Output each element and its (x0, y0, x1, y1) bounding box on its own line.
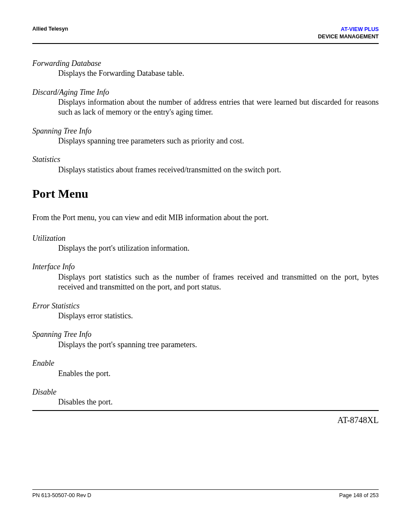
definition-term: Spanning Tree Info (32, 330, 379, 339)
definition-desc: Disables the port. (58, 397, 379, 407)
section-separator (32, 410, 379, 411)
definition-desc: Displays spanning tree parameters such a… (58, 136, 379, 146)
definition-term: Spanning Tree Info (32, 126, 379, 136)
definition-desc: Displays information about the number of… (58, 97, 379, 118)
definition-term: Enable (32, 358, 379, 368)
definition-item: Error Statistics Displays error statisti… (32, 301, 379, 321)
definition-item: Utilization Displays the port's utilizat… (32, 233, 379, 254)
header-subtitle: DEVICE MANAGEMENT (318, 34, 379, 40)
definition-desc: Enables the port. (58, 369, 379, 379)
definition-item: Disable Disables the port. (32, 387, 379, 408)
definition-item: Discard/Aging Time Info Displays informa… (32, 87, 379, 118)
definition-term: Error Statistics (32, 301, 379, 311)
definition-item: Spanning Tree Info Displays spanning tre… (32, 126, 379, 146)
definition-item: Spanning Tree Info Displays the port's s… (32, 330, 379, 350)
section-intro: From the Port menu, you can view and edi… (32, 213, 379, 223)
page-footer: PN 613-50507-00 Rev D Page 148 of 253 (32, 489, 379, 498)
header-title: AT-VIEW PLUS (341, 26, 379, 32)
definition-term: Disable (32, 387, 379, 397)
definition-desc: Displays the port's utilization informat… (58, 243, 379, 253)
definition-item: Forwarding Database Displays the Forward… (32, 59, 379, 79)
definition-desc: Displays error statistics. (58, 311, 379, 321)
definition-item: Enable Enables the port. (32, 358, 379, 379)
definition-item: Interface Info Displays port statistics … (32, 262, 379, 292)
definition-desc: Displays the Forwarding Database table. (58, 68, 379, 78)
definition-term: Utilization (32, 233, 379, 243)
footer-page-number: Page 148 of 253 (339, 492, 379, 498)
definition-item: Statistics Displays statistics about fra… (32, 155, 379, 175)
header-left: Allied Telesyn (32, 26, 68, 32)
definition-term: Forwarding Database (32, 59, 379, 68)
definition-desc: Displays statistics about frames receive… (58, 165, 379, 175)
page-header: Allied Telesyn AT-VIEW PLUS DEVICE MANAG… (32, 26, 379, 44)
footer-part-number: PN 613-50507-00 Rev D (32, 492, 91, 498)
definition-term: Statistics (32, 155, 379, 165)
device-model-label: AT-8748XL (32, 415, 379, 425)
definition-term: Interface Info (32, 262, 379, 272)
section-heading-port-menu: Port Menu (32, 187, 379, 201)
header-right: AT-VIEW PLUS DEVICE MANAGEMENT (318, 26, 379, 40)
definition-desc: Displays the port's spanning tree parame… (58, 340, 379, 350)
definition-desc: Displays port statistics such as the num… (58, 272, 379, 292)
definition-term: Discard/Aging Time Info (32, 87, 379, 97)
